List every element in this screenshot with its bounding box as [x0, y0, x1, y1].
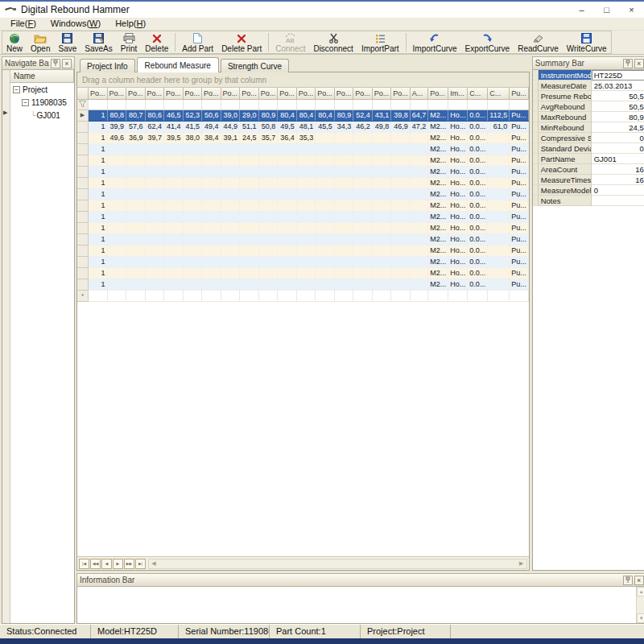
grid-cell[interactable] [202, 143, 221, 155]
grid-cell[interactable]: Ho... [448, 155, 468, 166]
pin-icon[interactable] [51, 59, 60, 68]
column-header-12[interactable]: Po... [316, 88, 335, 99]
grid-cell[interactable] [278, 245, 297, 256]
scroll-right-icon[interactable]: ▶ [517, 559, 526, 568]
grid-cell[interactable] [372, 200, 391, 211]
grid-cell[interactable] [316, 245, 335, 256]
grid-cell[interactable] [353, 222, 373, 233]
grid-cell[interactable] [183, 166, 202, 177]
filter-cell[interactable] [202, 99, 221, 109]
grid-cell[interactable] [488, 245, 510, 256]
filter-cell[interactable] [488, 99, 510, 109]
grid-cell[interactable] [488, 279, 510, 290]
grid-cell[interactable] [278, 256, 297, 267]
grid-cell[interactable]: 35,7 [258, 132, 278, 143]
grid-cell[interactable] [296, 188, 316, 200]
grid-cell[interactable] [316, 132, 335, 143]
filter-cell[interactable] [468, 99, 488, 109]
grid-cell[interactable]: Ho... [448, 267, 468, 279]
grid-cell[interactable] [183, 245, 202, 256]
grid-cell[interactable] [353, 279, 373, 290]
grid-cell[interactable] [221, 233, 240, 245]
menu-help[interactable]: Help(H) [108, 18, 153, 30]
grid-cell[interactable]: Pu... [510, 132, 529, 143]
grid-cell[interactable]: Ho... [448, 245, 468, 256]
column-header-21[interactable]: C... [488, 88, 510, 99]
grid-new-row[interactable]: * [77, 290, 528, 301]
import-part-button[interactable]: ImportPart [357, 31, 403, 53]
summary-row[interactable]: AvgRebound50,5 [533, 101, 644, 112]
grid-cell[interactable] [428, 290, 448, 301]
grid-cell[interactable]: M2... [428, 132, 448, 143]
grid-cell[interactable] [391, 256, 411, 267]
grid-cell[interactable] [183, 200, 202, 211]
grid-cell[interactable]: 1 [89, 121, 108, 132]
grid-cell[interactable] [334, 267, 353, 279]
pager-first-button[interactable]: |◀ [79, 559, 89, 569]
column-header-17[interactable]: A... [410, 88, 428, 99]
grid-cell[interactable] [164, 166, 184, 177]
grid-cell[interactable]: 35,3 [296, 132, 316, 143]
grid-cell[interactable]: 41,4 [164, 121, 184, 132]
grid-cell[interactable] [183, 233, 202, 245]
grid-cell[interactable] [107, 222, 126, 233]
grid-cell[interactable]: 52,3 [183, 109, 202, 121]
grid-cell[interactable] [107, 233, 126, 245]
table-row[interactable]: 1M2...Ho...0.0...Pu... [77, 155, 528, 166]
grid-cell[interactable] [126, 166, 146, 177]
grid-cell[interactable]: 1 [89, 166, 108, 177]
grid-cell[interactable]: 0.0... [468, 222, 488, 233]
grid-cell[interactable] [221, 177, 240, 188]
summary-label[interactable]: MinRebound [539, 122, 592, 133]
grid-cell[interactable] [145, 256, 164, 267]
filter-cell[interactable] [183, 99, 202, 109]
summary-value[interactable]: 0 [592, 143, 644, 154]
grid-cell[interactable] [164, 200, 184, 211]
group-by-panel[interactable]: Drag a column header here to group by th… [77, 72, 529, 88]
grid-cell[interactable] [372, 222, 391, 233]
scroll-down-icon[interactable]: ▼ [637, 613, 644, 623]
grid-cell[interactable]: 0.0... [468, 279, 488, 290]
grid-cell[interactable] [107, 211, 126, 222]
grid-cell[interactable]: 0.0... [468, 267, 488, 279]
grid-cell[interactable] [334, 188, 353, 200]
summary-value[interactable]: GJ001 [592, 154, 644, 164]
table-row[interactable]: 1M2...Ho...0.0...Pu... [77, 188, 528, 200]
grid-cell[interactable]: 43,1 [372, 109, 391, 121]
filter-cell[interactable] [240, 99, 259, 109]
table-row[interactable]: 1M2...Ho...0.0...Pu... [77, 177, 528, 188]
grid-cell[interactable] [107, 188, 126, 200]
grid-cell[interactable] [107, 166, 126, 177]
collapse-expander-icon[interactable]: − [22, 99, 29, 106]
grid-cell[interactable] [145, 177, 164, 188]
grid-cell[interactable]: 46,9 [391, 121, 411, 132]
grid-cell[interactable] [221, 143, 240, 155]
grid-cell[interactable]: 29,0 [240, 109, 259, 121]
maximize-button[interactable]: □ [594, 2, 619, 18]
grid-cell[interactable] [258, 155, 278, 166]
grid-cell[interactable] [316, 188, 335, 200]
grid-cell[interactable] [202, 155, 221, 166]
grid-cell[interactable] [372, 132, 391, 143]
grid-cell[interactable]: 80,4 [278, 109, 297, 121]
grid-cell[interactable] [353, 233, 373, 245]
grid-cell[interactable] [372, 211, 391, 222]
grid-cell[interactable] [278, 233, 297, 245]
filter-cell[interactable] [410, 99, 428, 109]
grid-cell[interactable] [391, 166, 411, 177]
grid-cell[interactable] [221, 222, 240, 233]
grid-cell[interactable]: Ho... [448, 166, 468, 177]
column-header-13[interactable]: Po... [334, 88, 353, 99]
summary-value[interactable]: 16 [592, 175, 644, 185]
grid-cell[interactable] [296, 279, 316, 290]
summary-label[interactable]: InstrumentModel [539, 70, 592, 80]
grid-cell[interactable] [316, 222, 335, 233]
grid-cell[interactable] [488, 290, 510, 301]
grid-cell[interactable] [221, 188, 240, 200]
grid-cell[interactable] [372, 279, 391, 290]
grid-cell[interactable] [410, 177, 428, 188]
read-curve-button[interactable]: ReadCurve [514, 31, 563, 53]
grid-cell[interactable]: M2... [428, 256, 448, 267]
grid-cell[interactable]: 50,8 [258, 121, 278, 132]
grid-cell[interactable] [353, 200, 373, 211]
